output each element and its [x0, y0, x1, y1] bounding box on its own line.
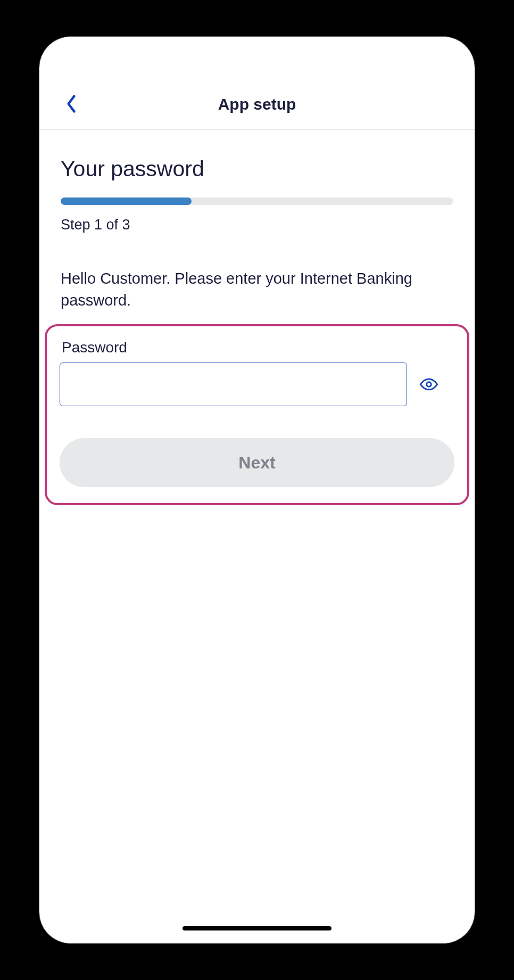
step-indicator: Step 1 of 3: [61, 217, 453, 233]
instruction-text: Hello Customer. Please enter your Intern…: [61, 268, 453, 311]
password-label: Password: [60, 339, 454, 356]
password-input[interactable]: [60, 363, 407, 406]
page-title: Your password: [61, 157, 453, 182]
form-highlight-box: Password Next: [45, 324, 469, 505]
home-indicator[interactable]: [183, 926, 331, 930]
progress-fill: [61, 197, 192, 205]
back-button[interactable]: [61, 93, 82, 114]
svg-point-0: [427, 382, 432, 387]
password-row: [60, 363, 454, 406]
phone-frame: App setup Your password Step 1 of 3 Hell…: [39, 36, 475, 944]
next-button[interactable]: Next: [60, 438, 454, 487]
content-area: Your password Step 1 of 3 Hello Customer…: [39, 130, 475, 505]
header-title: App setup: [218, 95, 296, 113]
eye-icon: [420, 375, 438, 393]
progress-bar: [61, 197, 453, 205]
show-password-button[interactable]: [418, 373, 440, 396]
header-bar: App setup: [39, 95, 475, 130]
chevron-left-icon: [65, 94, 77, 113]
